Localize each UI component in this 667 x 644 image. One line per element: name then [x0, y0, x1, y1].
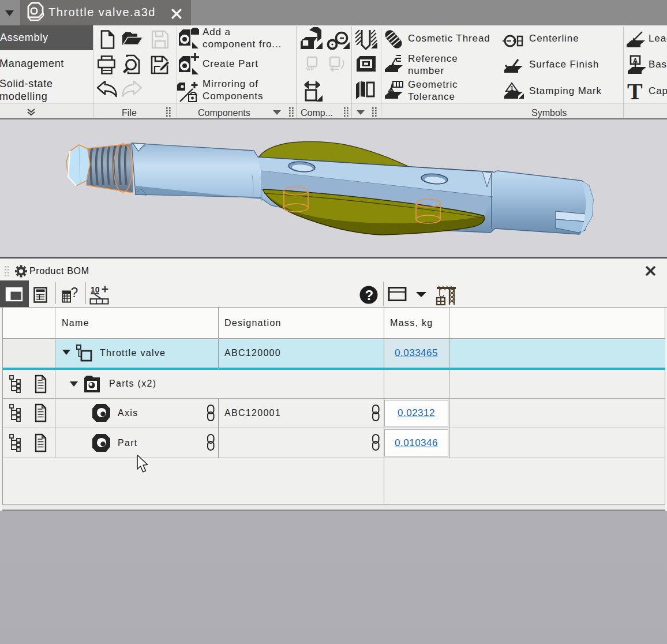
svg-text:10: 10: [91, 285, 100, 294]
svg-text:?: ?: [71, 285, 78, 300]
svg-text:T: T: [627, 78, 643, 104]
svg-text:?: ?: [365, 287, 374, 303]
svg-text:1: 1: [510, 85, 514, 92]
svg-text:A: A: [633, 57, 638, 64]
